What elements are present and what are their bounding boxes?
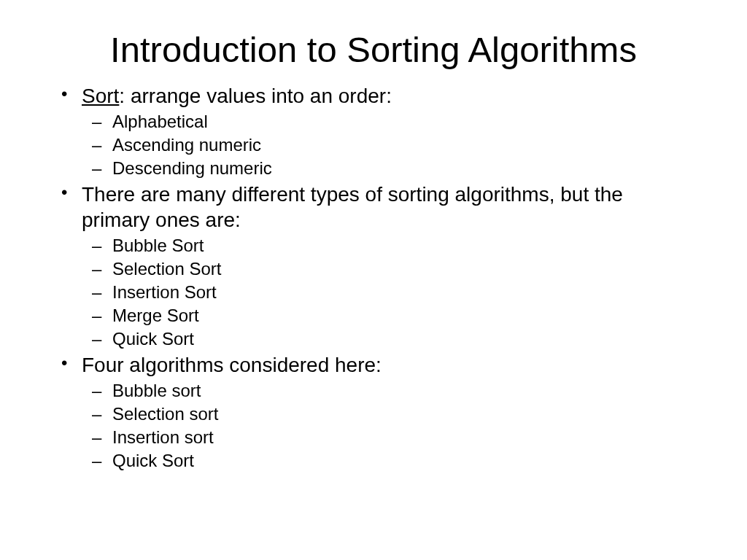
bullet-item-2: There are many different types of sortin… (51, 182, 696, 351)
sublist-1: Alphabetical Ascending numeric Descendin… (82, 110, 696, 180)
bullet-1-text: : arrange values into an order: (119, 85, 392, 107)
sub-item: Insertion Sort (82, 281, 696, 303)
bullet-list: Sort: arrange values into an order: Alph… (51, 83, 696, 472)
sub-item: Bubble sort (82, 379, 696, 402)
bullet-2-text: There are many different types of sortin… (82, 183, 623, 231)
sublist-2: Bubble Sort Selection Sort Insertion Sor… (82, 234, 696, 351)
bullet-item-3: Four algorithms considered here: Bubble … (51, 352, 696, 472)
slide-title: Introduction to Sorting Algorithms (51, 29, 696, 70)
sub-item: Alphabetical (82, 110, 696, 133)
bullet-3-text: Four algorithms considered here: (82, 354, 382, 376)
sub-item: Selection sort (82, 402, 696, 425)
sub-item: Merge Sort (82, 304, 696, 327)
sort-keyword: Sort (82, 85, 119, 107)
sub-item: Ascending numeric (82, 133, 696, 156)
sub-item: Insertion sort (82, 426, 696, 448)
sub-item: Quick Sort (82, 327, 696, 350)
sub-item: Bubble Sort (82, 234, 696, 257)
sub-item: Quick Sort (82, 449, 696, 472)
bullet-item-1: Sort: arrange values into an order: Alph… (51, 83, 696, 180)
sub-item: Selection Sort (82, 257, 696, 280)
sub-item: Descending numeric (82, 157, 696, 179)
sublist-3: Bubble sort Selection sort Insertion sor… (82, 379, 696, 472)
